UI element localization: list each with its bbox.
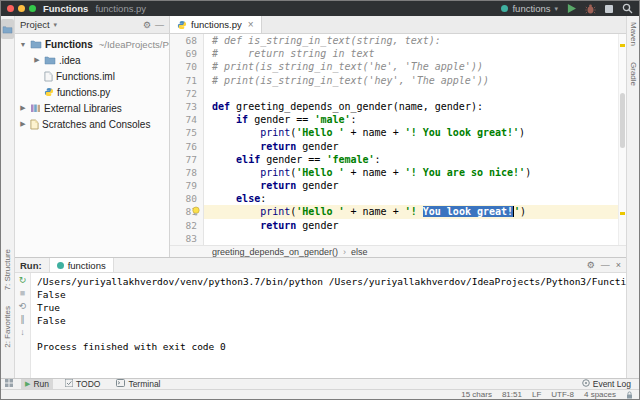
rerun-icon[interactable]: ↻ <box>19 276 27 285</box>
project-tree-item[interactable]: ▶.idea <box>15 52 169 68</box>
code-segment: '! <box>405 206 423 217</box>
close-tab-icon[interactable]: × <box>248 19 254 30</box>
close-window-button[interactable] <box>7 5 14 12</box>
line-number: 68 <box>170 34 204 47</box>
code-line-76[interactable]: 76 return gender <box>170 140 626 153</box>
code-text <box>204 232 626 245</box>
run-toolwindow-label: Run <box>33 379 49 389</box>
pause-output-icon[interactable]: ∥ <box>20 315 25 324</box>
code-line-74[interactable]: 74 if gender == 'male': <box>170 113 626 126</box>
code-line-81[interactable]: 81 print('Hello ' + name + '! You look g… <box>170 205 626 218</box>
status-item[interactable]: 4 spaces <box>584 390 616 399</box>
toolwindow-button-gradle[interactable]: Gradle <box>629 62 638 86</box>
toolwindow-button-maven[interactable]: Maven <box>629 22 638 46</box>
todo-toolwindow-button[interactable]: TODO <box>61 379 104 389</box>
code-line-82[interactable]: 82 return gender <box>170 219 626 232</box>
editor-tab-functions-py[interactable]: functions.py × <box>170 16 262 33</box>
breadcrumb-item[interactable]: else <box>351 247 368 257</box>
console-output[interactable]: /Users/yuriyallakhverdov/venv/python3.7/… <box>31 273 626 378</box>
settings-gear-icon[interactable]: ⚙ <box>143 20 151 30</box>
code-line-78[interactable]: 78 print('Hello ' + name + '! You are so… <box>170 166 626 179</box>
project-tree-item[interactable]: ▶External Libraries <box>15 100 169 116</box>
settings-gear-icon[interactable]: ⚙ <box>587 260 595 270</box>
code-line-71[interactable]: 71# print(is_string_in_text('hey', 'The … <box>170 74 626 87</box>
toolwindow-switcher-icon[interactable] <box>5 379 13 389</box>
code-segment: print <box>260 167 290 178</box>
code-line-68[interactable]: 68# def is_string_in_text(string, text): <box>170 34 626 47</box>
debug-button[interactable] <box>585 3 596 14</box>
todo-toolwindow-label: TODO <box>76 379 100 389</box>
console-line: True <box>37 301 626 314</box>
chevron-collapsed-icon[interactable]: ▶ <box>19 120 27 128</box>
status-item[interactable]: LF <box>532 390 541 399</box>
console-line: False <box>37 288 626 301</box>
status-item[interactable]: UTF-8 <box>551 390 574 399</box>
editor-scrollbar[interactable] <box>618 34 626 245</box>
project-toolwindow-button[interactable] <box>1 19 14 39</box>
zoom-window-button[interactable] <box>29 5 36 12</box>
intention-bulb-icon[interactable] <box>191 206 201 219</box>
line-number: 69 <box>170 47 204 60</box>
stop-button[interactable] <box>605 5 613 13</box>
chevron-down-icon[interactable]: ▾ <box>54 21 58 29</box>
breadcrumb-item[interactable]: greeting_depends_on_gender() <box>212 247 338 257</box>
line-number: 72 <box>170 87 204 100</box>
editor-tab-label: functions.py <box>191 19 242 30</box>
project-tree: ▼Functions~/IdeaProjects/Python3/Functio… <box>15 36 169 132</box>
lock-icon[interactable] <box>626 391 633 399</box>
search-everywhere-button[interactable] <box>622 3 633 14</box>
code-line-79[interactable]: 79 return gender <box>170 179 626 192</box>
terminal-toolwindow-button[interactable]: Terminal <box>112 379 164 389</box>
warning-stripe-mark[interactable] <box>620 44 625 47</box>
toolwindow-button-2-favorites[interactable]: 2: Favorites <box>3 306 12 348</box>
status-item[interactable]: 15 chars <box>461 390 492 399</box>
code-line-77[interactable]: 77 elif gender == 'female': <box>170 153 626 166</box>
code-segment: '! You look great!' <box>405 127 519 138</box>
toolwindow-button-7-structure[interactable]: 7: Structure <box>3 249 12 290</box>
stop-icon[interactable]: ■ <box>20 289 25 298</box>
code-segment: return <box>260 220 302 231</box>
project-tree-item[interactable]: ▼Functions~/IdeaProjects/Python3/Functio… <box>15 36 169 52</box>
run-button[interactable] <box>567 4 576 13</box>
code-line-70[interactable]: 70# print(is_string_in_text('he', 'The a… <box>170 60 626 73</box>
project-tree-item[interactable]: Functions.iml <box>15 68 169 84</box>
editor[interactable]: 68# def is_string_in_text(string, text):… <box>170 34 626 245</box>
code-line-72[interactable]: 72 <box>170 87 626 100</box>
code-line-80[interactable]: 80 else: <box>170 192 626 205</box>
hide-panel-icon[interactable]: — <box>601 260 610 270</box>
run-config-selector[interactable]: functions ▾ <box>501 3 558 14</box>
chevron-expanded-icon[interactable]: ▼ <box>19 41 27 48</box>
terminal-icon <box>116 379 125 389</box>
hide-panel-icon[interactable]: — <box>155 20 164 30</box>
run-tab-functions[interactable]: functions <box>49 258 114 272</box>
code-line-69[interactable]: 69# return string in text <box>170 47 626 60</box>
run-toolwindow-button[interactable]: ▶ Run <box>21 379 53 389</box>
code-segment <box>212 220 260 231</box>
code-segment <box>212 154 236 165</box>
event-log-button[interactable]: Event Log <box>578 379 635 389</box>
code-text: return gender <box>204 140 626 153</box>
file-icon <box>44 71 53 82</box>
console-line <box>37 327 626 340</box>
code-segment: print <box>260 206 290 217</box>
folder-icon <box>30 39 42 49</box>
code-line-83[interactable]: 83 <box>170 232 626 245</box>
warning-stripe-mark[interactable] <box>620 212 625 215</box>
code-segment: # print(is_string_in_text('he', 'The app… <box>212 61 483 72</box>
code-line-75[interactable]: 75 print('Hello ' + name + '! You look g… <box>170 126 626 139</box>
project-tree-item[interactable]: functions.py <box>15 84 169 100</box>
close-panel-icon[interactable]: × <box>616 260 621 270</box>
status-item[interactable]: 81:51 <box>502 390 522 399</box>
restore-layout-icon[interactable]: ⟲ <box>19 302 27 311</box>
scrollbar-thumb[interactable] <box>620 93 625 148</box>
chevron-collapsed-icon[interactable]: ▶ <box>33 56 41 64</box>
code-line-73[interactable]: 73def greeting_depends_on_gender(name, g… <box>170 100 626 113</box>
line-number: 79 <box>170 179 204 192</box>
scroll-to-end-icon[interactable]: ↓ <box>20 328 25 337</box>
code-segment: : <box>351 114 357 125</box>
console-line: /Users/yuriyallakhverdov/venv/python3.7/… <box>37 275 626 288</box>
project-tree-item[interactable]: ▶Scratches and Consoles <box>15 116 169 132</box>
minimize-window-button[interactable] <box>18 5 25 12</box>
code-text: return gender <box>204 219 626 232</box>
chevron-collapsed-icon[interactable]: ▶ <box>19 104 27 112</box>
